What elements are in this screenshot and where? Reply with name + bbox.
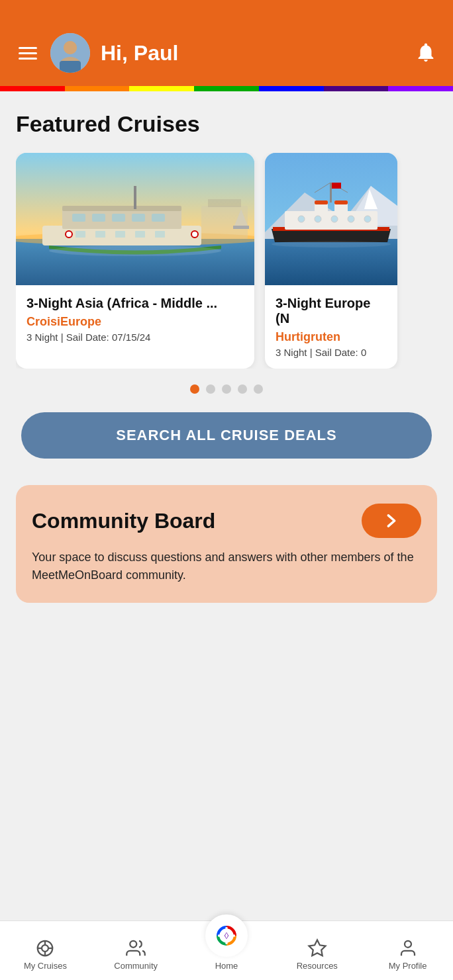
avatar[interactable] xyxy=(50,33,90,73)
community-board-section: Community Board Your space to discuss qu… xyxy=(16,485,437,603)
svg-rect-59 xyxy=(225,927,227,930)
svg-point-51 xyxy=(42,945,48,952)
home-icon-container xyxy=(205,914,248,957)
community-board-description: Your space to discuss questions and answ… xyxy=(32,549,421,584)
svg-rect-11 xyxy=(72,214,85,222)
notifications-button[interactable] xyxy=(415,41,437,66)
svg-rect-10 xyxy=(62,206,181,211)
svg-point-3 xyxy=(64,41,77,54)
nav-my-profile[interactable]: My Profile xyxy=(362,921,453,980)
nav-resources[interactable]: Resources xyxy=(272,921,362,980)
svg-point-21 xyxy=(66,231,72,238)
cruise-card-2-image xyxy=(265,153,397,285)
svg-rect-40 xyxy=(330,183,332,202)
nav-home-label: Home xyxy=(215,961,238,971)
svg-point-66 xyxy=(405,941,411,948)
svg-point-47 xyxy=(348,216,354,222)
nav-resources-label: Resources xyxy=(297,961,338,971)
svg-point-48 xyxy=(364,216,371,222)
svg-rect-28 xyxy=(233,226,249,229)
cruise-card-1-details: 3 Night | Sail Date: 07/15/24 xyxy=(26,332,244,343)
dot-1[interactable] xyxy=(190,384,199,394)
main-content: Featured Cruises xyxy=(0,91,453,616)
nav-community[interactable]: Community xyxy=(91,921,181,980)
cruise-card-2[interactable]: 3-Night Europe (N Hurtigruten 3 Night | … xyxy=(265,153,397,369)
nav-my-cruises-label: My Cruises xyxy=(24,961,67,971)
cruise-card-1-image xyxy=(16,153,254,285)
svg-rect-15 xyxy=(152,214,165,222)
svg-rect-19 xyxy=(135,231,145,238)
cruise-card-1-operator: CroisiEurope xyxy=(26,315,244,329)
nav-home[interactable]: Home xyxy=(181,921,272,980)
cruise-card-1[interactable]: 3-Night Asia (Africa - Middle ... Croisi… xyxy=(16,153,254,369)
svg-rect-12 xyxy=(92,214,105,222)
dot-3[interactable] xyxy=(222,384,231,394)
search-all-cruise-deals-button[interactable]: SEARCH ALL CRUISE DEALS xyxy=(21,412,432,459)
community-board-arrow-button[interactable] xyxy=(362,504,421,538)
nav-community-label: Community xyxy=(114,961,158,971)
svg-rect-23 xyxy=(134,186,136,209)
svg-point-24 xyxy=(49,245,221,256)
svg-rect-26 xyxy=(208,199,241,207)
featured-cruises-title: Featured Cruises xyxy=(16,111,437,137)
menu-button[interactable] xyxy=(16,44,40,62)
svg-point-44 xyxy=(298,216,305,222)
svg-rect-4 xyxy=(60,61,81,73)
nav-my-cruises[interactable]: My Cruises xyxy=(0,921,91,980)
cruise-card-1-title: 3-Night Asia (Africa - Middle ... xyxy=(26,296,244,311)
svg-rect-18 xyxy=(115,231,125,238)
carousel-dots xyxy=(16,384,437,394)
dot-5[interactable] xyxy=(254,384,263,394)
community-board-title: Community Board xyxy=(32,509,215,533)
svg-rect-61 xyxy=(218,934,221,936)
svg-rect-20 xyxy=(155,231,165,238)
nav-my-profile-label: My Profile xyxy=(389,961,427,971)
greeting-text: Hi, Paul xyxy=(101,41,404,66)
svg-marker-65 xyxy=(309,940,325,956)
dot-2[interactable] xyxy=(206,384,215,394)
app-header: Hi, Paul xyxy=(0,0,453,86)
cruise-card-2-operator: Hurtigruten xyxy=(276,330,387,344)
svg-rect-60 xyxy=(225,941,227,944)
svg-rect-62 xyxy=(231,934,234,936)
svg-rect-38 xyxy=(315,200,328,204)
svg-rect-13 xyxy=(112,214,125,222)
svg-point-56 xyxy=(130,941,136,948)
svg-point-49 xyxy=(272,241,391,247)
svg-rect-39 xyxy=(334,200,348,204)
cruise-slider: 3-Night Asia (Africa - Middle ... Croisi… xyxy=(16,153,437,369)
cruise-card-2-title: 3-Night Europe (N xyxy=(276,296,387,326)
rainbow-stripe xyxy=(0,86,453,91)
svg-rect-14 xyxy=(132,214,145,222)
svg-point-46 xyxy=(331,216,338,222)
svg-rect-16 xyxy=(76,231,85,238)
svg-rect-17 xyxy=(95,231,105,238)
bottom-nav: My Cruises Community xyxy=(0,920,453,980)
svg-point-22 xyxy=(191,231,198,238)
cruise-card-2-details: 3 Night | Sail Date: 0 xyxy=(276,347,387,358)
svg-point-45 xyxy=(315,216,321,222)
dot-4[interactable] xyxy=(238,384,247,394)
svg-rect-43 xyxy=(332,183,341,189)
